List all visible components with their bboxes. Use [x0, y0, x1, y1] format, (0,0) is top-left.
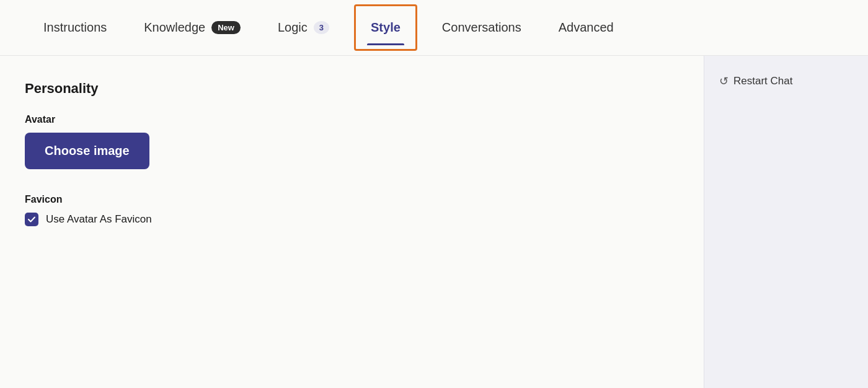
restart-chat-label: Restart Chat	[733, 75, 792, 87]
use-avatar-favicon-checkbox[interactable]	[25, 213, 38, 226]
restart-icon: ↺	[719, 74, 728, 88]
content-area: Personality Avatar Choose image Favicon …	[0, 56, 868, 388]
tab-style[interactable]: Style	[354, 4, 417, 51]
tab-knowledge-label: Knowledge	[144, 20, 205, 35]
use-avatar-as-favicon-row: Use Avatar As Favicon	[25, 213, 679, 226]
tab-style-label: Style	[371, 20, 401, 35]
knowledge-badge: New	[211, 21, 241, 34]
avatar-field: Avatar Choose image	[25, 114, 679, 189]
right-panel: ↺ Restart Chat	[704, 56, 868, 388]
checkmark-icon	[27, 215, 36, 224]
personality-section-title: Personality	[25, 81, 679, 97]
logic-count-badge: 3	[314, 21, 329, 34]
tab-logic[interactable]: Logic 3	[259, 0, 348, 55]
tab-conversations-label: Conversations	[442, 20, 521, 35]
favicon-label: Favicon	[25, 194, 679, 205]
choose-image-button[interactable]: Choose image	[25, 133, 149, 169]
restart-chat-button[interactable]: ↺ Restart Chat	[719, 74, 792, 88]
avatar-label: Avatar	[25, 114, 679, 125]
main-container: Instructions Knowledge New Logic 3 Style…	[0, 0, 868, 388]
tab-knowledge[interactable]: Knowledge New	[125, 0, 259, 55]
use-avatar-favicon-label: Use Avatar As Favicon	[46, 213, 152, 226]
nav-bar: Instructions Knowledge New Logic 3 Style…	[0, 0, 868, 56]
tab-advanced-label: Advanced	[559, 20, 614, 35]
tab-advanced[interactable]: Advanced	[540, 0, 632, 55]
tab-instructions[interactable]: Instructions	[25, 0, 125, 55]
main-content: Personality Avatar Choose image Favicon …	[0, 56, 704, 388]
tab-instructions-label: Instructions	[43, 20, 107, 35]
favicon-section: Favicon Use Avatar As Favicon	[25, 194, 679, 226]
tab-logic-label: Logic	[278, 20, 308, 35]
tab-conversations[interactable]: Conversations	[423, 0, 540, 55]
